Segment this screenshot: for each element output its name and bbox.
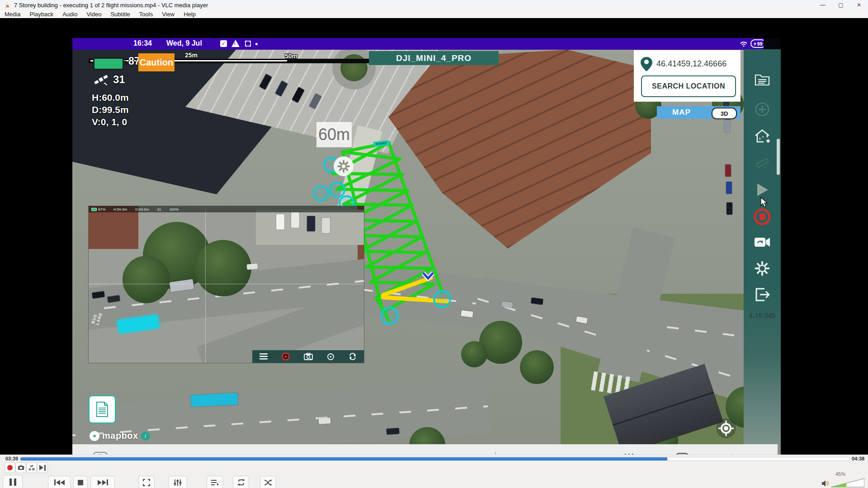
- pip-signal: 100%: [169, 207, 178, 211]
- location-panel: 46.41459,12.46666 SEARCH LOCATION: [634, 50, 741, 102]
- menu-icon[interactable]: [259, 353, 268, 360]
- add-home-point-button[interactable]: [752, 126, 773, 147]
- pip-van: [276, 214, 284, 230]
- menu-subtitle[interactable]: Subtitle: [106, 11, 134, 18]
- charging-bolt-icon: [754, 42, 756, 46]
- snapshot-button[interactable]: [15, 462, 26, 473]
- attribution-info-icon[interactable]: i: [141, 432, 150, 441]
- extended-settings-button[interactable]: [168, 476, 187, 488]
- distance-readout: D:99.5m: [92, 104, 129, 115]
- playlist-button[interactable]: [207, 476, 223, 488]
- caution-badge: Caution: [138, 53, 175, 71]
- pause-icon: [9, 479, 16, 486]
- gps-target-icon: [718, 420, 734, 436]
- scale-50m-label: 50m: [285, 52, 297, 60]
- next-button[interactable]: [90, 476, 115, 488]
- close-button[interactable]: ✕: [850, 0, 868, 10]
- pip-tree: [195, 240, 251, 296]
- view-3d-button[interactable]: 3D: [712, 108, 737, 119]
- location-pin-icon: [640, 56, 653, 72]
- pip-car: [246, 263, 258, 270]
- menu-media[interactable]: Media: [0, 11, 25, 18]
- velocity-readout: V:0, 1, 0: [92, 117, 127, 127]
- vlc-window: 7 Storey building - executing 1 of 2 fli…: [0, 0, 868, 488]
- status-date: Wed, 9 Jul: [166, 39, 202, 47]
- record-stop-icon: [753, 208, 771, 226]
- loop-button[interactable]: [233, 476, 249, 488]
- pip-tree: [123, 256, 170, 303]
- ab-loop-button[interactable]: ⇄A B: [26, 462, 37, 473]
- map-toggle-button[interactable]: MAP: [672, 108, 691, 117]
- previous-button[interactable]: [48, 476, 71, 488]
- fullscreen-button[interactable]: [138, 476, 155, 488]
- maximize-button[interactable]: ▢: [832, 0, 850, 10]
- mapbox-logo-icon[interactable]: ✶: [90, 431, 99, 441]
- sidebar-scrollbar[interactable]: [777, 139, 780, 175]
- menu-video[interactable]: Video: [82, 11, 106, 18]
- seek-slider[interactable]: [20, 457, 850, 461]
- pause-button[interactable]: [3, 475, 23, 488]
- exit-icon: [755, 287, 770, 302]
- menubar: Media Playback Audio Video Subtitle Tool…: [0, 10, 868, 18]
- warning-icon: [231, 40, 240, 47]
- menu-tools[interactable]: Tools: [135, 11, 157, 18]
- pip-crosshair-vertical: [205, 206, 206, 363]
- map-attribution: ✶ mapbox i: [90, 431, 150, 441]
- focus-icon[interactable]: [327, 353, 335, 361]
- video-capture-button[interactable]: [752, 232, 773, 253]
- record-mission-button[interactable]: [752, 206, 773, 227]
- mission-notes-button[interactable]: [89, 395, 116, 423]
- map-3d-toggle: MAP 3D: [657, 106, 741, 119]
- satellite-icon: [93, 73, 109, 87]
- volume-slider[interactable]: [831, 479, 864, 488]
- locate-me-button[interactable]: [716, 418, 736, 438]
- map-car: [319, 418, 331, 424]
- record-icon[interactable]: [282, 352, 290, 361]
- minimize-button[interactable]: —: [814, 0, 832, 10]
- capture-icon[interactable]: [304, 353, 313, 360]
- shuffle-button[interactable]: [260, 476, 276, 488]
- frame-by-frame-button[interactable]: [37, 462, 48, 473]
- search-location-button[interactable]: SEARCH LOCATION: [641, 75, 736, 97]
- map-car: [387, 428, 400, 435]
- ab-loop-label: A B: [28, 468, 34, 471]
- pip-van: [291, 212, 299, 228]
- pip-telemetry-strip: 87% H:59.9m D:99.5m 31 100%: [89, 206, 364, 212]
- menu-view[interactable]: View: [157, 11, 179, 18]
- mouse-cursor: [760, 197, 769, 208]
- seek-progress: [20, 457, 667, 460]
- edit-path-button[interactable]: [752, 152, 773, 173]
- volume-percent: 45%: [835, 471, 845, 477]
- satellite-count: 31: [113, 73, 125, 86]
- android-screen: 16:34 Wed, 9 Jul ✓ ! 99: [72, 38, 781, 472]
- add-mission-button[interactable]: [752, 99, 773, 120]
- menu-help[interactable]: Help: [179, 11, 200, 18]
- menu-audio[interactable]: Audio: [58, 11, 82, 18]
- waypoint-settings-button[interactable]: [334, 156, 354, 176]
- map-tree: [461, 341, 487, 367]
- settings-button[interactable]: [752, 258, 773, 279]
- pip-toolbar: [252, 350, 364, 363]
- missions-folder-button[interactable]: [752, 69, 773, 90]
- pip-van: [322, 218, 330, 233]
- folder-icon: [755, 73, 770, 86]
- record-button[interactable]: [5, 462, 15, 473]
- sync-icon[interactable]: [349, 353, 357, 360]
- window-title: 7 Storey building - executing 1 of 2 fli…: [14, 2, 208, 9]
- camcorder-icon: [754, 236, 770, 248]
- camera-icon: [18, 465, 24, 470]
- camera-feed-pip[interactable]: BUS LANE 87% H:59.9m D:99.5m 31 100%: [89, 206, 364, 363]
- menu-playback[interactable]: Playback: [25, 11, 58, 18]
- pip-sats: 31: [157, 207, 161, 211]
- stop-button[interactable]: [73, 476, 88, 488]
- ruler-pencil-icon: [755, 156, 770, 169]
- stop-icon: [78, 480, 83, 485]
- exit-button[interactable]: [752, 284, 773, 305]
- playlist-icon: [211, 479, 219, 486]
- device-name-banner: DJI_MINI_4_PRO: [369, 51, 499, 65]
- total-duration: 04:38: [852, 456, 864, 461]
- warning-mark: !: [234, 42, 236, 46]
- video-area[interactable]: 16:34 Wed, 9 Jul ✓ ! 99: [0, 18, 868, 455]
- fullscreen-icon: [143, 479, 150, 486]
- speaker-icon[interactable]: [822, 480, 829, 487]
